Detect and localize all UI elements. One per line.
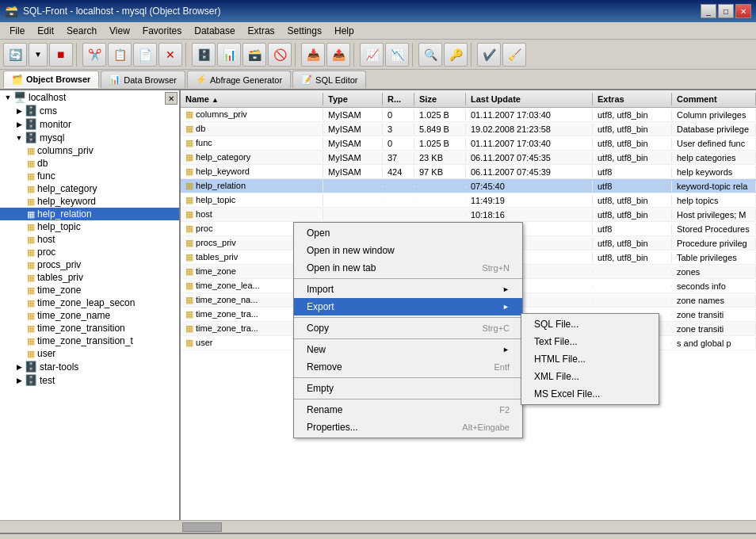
menu-view[interactable]: View — [103, 24, 136, 38]
key-button[interactable]: 🔑 — [444, 43, 468, 67]
tree-item-star-tools[interactable]: ▶ 🗄️ star-tools — [0, 360, 179, 373]
table-row[interactable]: ▦ db MyISAM 3 5.849 B 19.02.2008 21:23:5… — [181, 122, 756, 136]
table-button[interactable]: 📊 — [217, 43, 241, 67]
table-row[interactable]: ▦ help_topic 11:49:19 utf8, utf8_bin hel… — [181, 193, 756, 208]
minimize-button[interactable]: _ — [701, 4, 716, 18]
tree-item-tables_priv[interactable]: ▦ tables_priv — [0, 271, 179, 284]
tab-data-browser[interactable]: 📊 Data Browser — [101, 71, 185, 88]
delete-button[interactable]: ✕ — [158, 43, 182, 67]
menu-extras[interactable]: Extras — [242, 24, 281, 38]
cancel-button[interactable]: 🚫 — [268, 43, 292, 67]
export-text-file[interactable]: Text File... — [521, 333, 659, 350]
cell-last-update: 10:18:16 — [466, 209, 593, 220]
tree-item-host[interactable]: ▦ host — [0, 233, 179, 246]
paste-button[interactable]: 📄 — [133, 43, 157, 67]
tree-item-help_keyword[interactable]: ▦ help_keyword — [0, 195, 179, 208]
cell-comment: help categories — [672, 152, 756, 163]
ctx-copy[interactable]: Copy Strg+C — [294, 319, 522, 337]
cut-button[interactable]: ✂️ — [82, 43, 106, 67]
tab-object-browser[interactable]: 🗂️ Object Browser — [3, 71, 99, 88]
ctx-import[interactable]: Import ► — [294, 281, 522, 298]
tree-item-test[interactable]: ▶ 🗄️ test — [0, 373, 179, 387]
table-row[interactable]: ▦ columns_priv MyISAM 0 1.025 B 01.11.20… — [181, 108, 756, 122]
cell-name: ▦ db — [181, 123, 323, 135]
menu-edit[interactable]: Edit — [31, 24, 60, 38]
hscroll-thumb[interactable] — [182, 522, 222, 532]
tree-item-mysql[interactable]: ▼ 🗄️ mysql — [0, 131, 179, 144]
tree-label: star-tools — [40, 361, 78, 373]
ctx-empty[interactable]: Empty — [294, 380, 522, 397]
maximize-button[interactable]: □ — [718, 4, 734, 18]
tab-abfrage-generator[interactable]: ⚡ Abfrage Generator — [187, 71, 291, 88]
tree-item-help_topic[interactable]: ▦ help_topic — [0, 220, 179, 233]
tree-item-cms[interactable]: ▶ 🗄️ cms — [0, 104, 179, 117]
copy-button[interactable]: 📋 — [108, 43, 132, 67]
table-row[interactable]: ▦ help_category MyISAM 37 23 KB 06.11.20… — [181, 151, 756, 165]
menu-file[interactable]: File — [3, 24, 31, 38]
horizontal-scrollbar[interactable] — [0, 520, 756, 533]
cell-size: 1.025 B — [414, 109, 466, 120]
tree-item-time_zone_transition_t[interactable]: ▦ time_zone_transition_t — [0, 334, 179, 347]
sidebar-close-button[interactable]: ✕ — [165, 92, 178, 105]
tree-label: db — [37, 158, 48, 169]
tree-item-localhost[interactable]: ▼ 🖥️ localhost — [0, 90, 179, 104]
tree-item-time_zone[interactable]: ▦ time_zone — [0, 284, 179, 296]
table-row[interactable]: ▦ func MyISAM 0 1.025 B 01.11.2007 17:03… — [181, 136, 756, 151]
tree-item-func[interactable]: ▦ func — [0, 170, 179, 182]
search-btn[interactable]: 🔍 — [418, 43, 442, 67]
ctx-properties[interactable]: Properties... Alt+Eingabe — [294, 419, 522, 436]
tree-label: time_zone_name — [37, 310, 110, 321]
tree-item-help_relation[interactable]: ▦ help_relation — [0, 208, 179, 220]
db-icon: 🗄️ — [25, 118, 37, 130]
tree-item-help_category[interactable]: ▦ help_category — [0, 182, 179, 195]
export-html-file[interactable]: HTML File... — [521, 350, 659, 368]
tree-item-monitor[interactable]: ▶ 🗄️ monitor — [0, 117, 179, 131]
stop-button[interactable]: ⏹ — [49, 43, 73, 67]
ctx-new[interactable]: New ► — [294, 341, 522, 358]
table-row[interactable]: ▦ host 10:18:16 utf8, utf8_bin Host priv… — [181, 208, 756, 222]
clear-button[interactable]: 🧹 — [502, 43, 526, 67]
tree-item-db[interactable]: ▦ db — [0, 157, 179, 170]
refresh-button[interactable]: 🔄 — [3, 43, 27, 67]
table-row[interactable]: ▦ help_relation 07:45:40 utf8 keyword-to… — [181, 179, 756, 193]
export-xml-file[interactable]: XML File... — [521, 368, 659, 385]
refresh-dropdown[interactable]: ▼ — [29, 43, 48, 67]
table-icon: ▦ — [27, 222, 35, 232]
menu-settings[interactable]: Settings — [281, 24, 328, 38]
close-button[interactable]: ✕ — [735, 4, 751, 18]
import-button[interactable]: 📥 — [301, 43, 325, 67]
tree-item-proc[interactable]: ▦ proc — [0, 246, 179, 258]
ctx-open-new-window[interactable]: Open in new window — [294, 242, 522, 259]
table2-button[interactable]: 🗃️ — [242, 43, 266, 67]
ctx-open[interactable]: Open — [294, 224, 522, 242]
tree-item-procs_priv[interactable]: ▦ procs_priv — [0, 258, 179, 271]
data-button[interactable]: 📈 — [360, 43, 384, 67]
export-excel-file[interactable]: MS Excel File... — [521, 385, 659, 403]
table-row-icon: ▦ — [185, 209, 193, 219]
ctx-remove[interactable]: Remove Entf — [294, 358, 522, 376]
menu-database[interactable]: Database — [188, 24, 241, 38]
cell-comment: zone names — [672, 295, 756, 306]
tree-item-user[interactable]: ▦ user — [0, 347, 179, 360]
toolbar-sep-6 — [471, 43, 474, 67]
export-sql-file[interactable]: SQL File... — [521, 315, 659, 333]
tree-item-time_zone_transition[interactable]: ▦ time_zone_transition — [0, 322, 179, 334]
export-button[interactable]: 📤 — [326, 43, 350, 67]
menu-search[interactable]: Search — [60, 24, 103, 38]
ctx-open-new-tab[interactable]: Open in new tab Strg+N — [294, 259, 522, 277]
menu-help[interactable]: Help — [328, 24, 361, 38]
ctx-rename[interactable]: Rename F2 — [294, 401, 522, 419]
checkmark-button[interactable]: ✔️ — [477, 43, 501, 67]
ctx-export[interactable]: Export ► — [294, 298, 522, 315]
table-icon: ▦ — [27, 311, 35, 321]
table-row[interactable]: ▦ help_keyword MyISAM 424 97 KB 06.11.20… — [181, 165, 756, 179]
tree-item-time_zone_name[interactable]: ▦ time_zone_name — [0, 309, 179, 322]
cell-type: MyISAM — [323, 109, 383, 120]
expand-icon: ▶ — [14, 377, 24, 384]
db-button[interactable]: 🗄️ — [192, 43, 216, 67]
data2-button[interactable]: 📉 — [385, 43, 409, 67]
tree-item-time_zone_leap[interactable]: ▦ time_zone_leap_secon — [0, 296, 179, 309]
tree-item-columns_priv[interactable]: ▦ columns_priv — [0, 144, 179, 157]
menu-favorites[interactable]: Favorites — [136, 24, 188, 38]
tab-sql-editor[interactable]: 📝 SQL Editor — [292, 71, 366, 88]
